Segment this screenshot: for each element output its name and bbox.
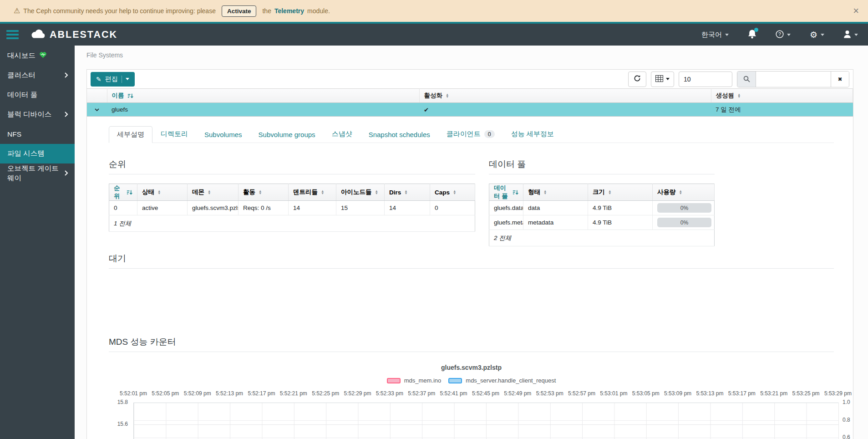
- page-size-input[interactable]: [679, 71, 732, 87]
- column-header[interactable]: 활성화 ▲▼: [419, 89, 711, 103]
- activate-button[interactable]: Activate: [222, 5, 257, 17]
- y-axis-left-tick: 15.8: [109, 399, 128, 405]
- cell-dirs: 14: [385, 201, 430, 215]
- clear-search-icon[interactable]: ✖: [831, 71, 849, 87]
- column-header[interactable]: 사용량 ▲▼: [653, 184, 715, 201]
- sidebar: 대시보드 클러스터 데이터 풀 블럭 디바이스 N: [0, 46, 75, 439]
- column-header[interactable]: 순위 ▲▼: [109, 184, 137, 201]
- table-row[interactable]: 0 active gluefs.scvm3.pzlst Reqs: 0 /s 1…: [109, 201, 475, 215]
- column-header[interactable]: 데이터 풀 ▲▼: [489, 184, 523, 201]
- column-header-label: 사용량: [657, 188, 676, 196]
- banner-close-icon[interactable]: ×: [850, 6, 862, 16]
- details-tab[interactable]: Snapshot schedules: [360, 127, 438, 143]
- table-row[interactable]: gluefs.meta metadata 4.9 TiB 0%: [489, 215, 715, 230]
- sidebar-item-pools[interactable]: 데이터 풀: [0, 85, 75, 105]
- tab-badge: 0: [484, 130, 495, 138]
- x-axis-tick: 5:53:25 pm: [790, 390, 822, 397]
- notifications-button[interactable]: [748, 29, 756, 40]
- sort-both-icon: ▲▼: [321, 190, 324, 195]
- navbar-right: 한국어 ? ⚙: [701, 29, 858, 40]
- sidebar-item-object-gateway[interactable]: 오브젝트 게이트웨이: [0, 163, 75, 183]
- details-tab[interactable]: 디렉토리: [152, 126, 196, 143]
- mds-counters-section: MDS 성능 카운터 gluefs.scvm3.pzlstp mds_mem.i…: [109, 336, 834, 439]
- menu-icon[interactable]: [6, 30, 19, 39]
- y-axis-left-tick: 15.6: [109, 421, 128, 427]
- notification-dot: [754, 28, 758, 32]
- sidebar-item-block-devices[interactable]: 블럭 디바이스: [0, 105, 75, 124]
- gear-icon: ⚙: [810, 31, 817, 39]
- column-toggle-button[interactable]: [651, 71, 674, 87]
- cell-caps: 0: [430, 201, 475, 215]
- details-tab[interactable]: Subvolume groups: [250, 127, 324, 143]
- details-tab[interactable]: 성능 세부정보: [503, 126, 562, 143]
- column-header-label: 아이노드들: [341, 188, 372, 196]
- column-header[interactable]: 형태 ▲▼: [523, 184, 588, 201]
- cell-name: gluefs: [107, 103, 419, 117]
- x-axis-tick: 5:52:25 pm: [310, 390, 341, 397]
- search-input[interactable]: [756, 71, 831, 87]
- table-row[interactable]: gluefs.data data 4.9 TiB 0%: [489, 201, 715, 215]
- button-divider: [122, 76, 122, 83]
- x-axis-tick: 5:52:09 pm: [182, 390, 213, 397]
- column-header[interactable]: Caps ▲▼: [430, 184, 475, 201]
- settings-dropdown[interactable]: ⚙: [810, 31, 824, 39]
- cell-size: 4.9 TiB: [588, 201, 653, 215]
- pools-table: 데이터 풀 ▲▼: [489, 184, 715, 246]
- legend-item-mem-ino[interactable]: mds_mem.ino: [387, 377, 442, 384]
- tab-label: 성능 세부정보: [511, 130, 554, 138]
- column-header[interactable]: Dirs ▲▼: [385, 184, 430, 201]
- details-tab[interactable]: 스냅샷: [324, 126, 360, 143]
- search-icon[interactable]: [737, 71, 756, 87]
- x-axis-tick: 5:52:45 pm: [470, 390, 502, 397]
- column-header[interactable]: 아이노드들 ▲▼: [336, 184, 385, 201]
- column-header[interactable]: 상태 ▲▼: [137, 184, 188, 201]
- banner-text-middle: the: [262, 7, 271, 15]
- details-tab[interactable]: 세부설명: [109, 126, 152, 143]
- language-dropdown[interactable]: 한국어: [701, 31, 729, 39]
- help-dropdown[interactable]: ?: [776, 30, 791, 40]
- telemetry-link[interactable]: Telemetry: [274, 7, 304, 15]
- expander-header: [87, 89, 107, 103]
- row-expander[interactable]: [87, 103, 107, 117]
- sidebar-item-cluster[interactable]: 클러스터: [0, 66, 75, 85]
- edit-button[interactable]: ✎ 편집: [91, 72, 135, 87]
- details-tab[interactable]: Subvolumes: [196, 127, 250, 143]
- column-header[interactable]: 이름 ▲▼: [107, 89, 419, 103]
- column-header-label: 생성됨: [716, 92, 735, 100]
- table-row-gluefs[interactable]: gluefs ✔ 7 일 전에: [87, 103, 853, 117]
- sidebar-item-filesystems[interactable]: 파일 시스템: [0, 144, 75, 163]
- standby-title: 대기: [109, 253, 834, 269]
- column-header[interactable]: 데몬 ▲▼: [188, 184, 239, 201]
- top-navbar: ABLESTACK 한국어 ? ⚙: [0, 22, 868, 46]
- chevron-down-icon: [126, 78, 129, 80]
- x-axis-tick: 5:52:53 pm: [534, 390, 566, 397]
- column-header-label: 형태: [528, 188, 540, 196]
- chevron-down-icon: [854, 34, 858, 36]
- sidebar-item-nfs[interactable]: NFS: [0, 124, 75, 144]
- table-footer-count: 2 전체: [489, 230, 715, 246]
- table-toolbar: ✎ 편집: [87, 70, 853, 88]
- x-axis-tick: 5:52:01 pm: [117, 390, 149, 397]
- chart-legend: mds_mem.ino mds_server.handle_client_req…: [109, 377, 834, 384]
- refresh-button[interactable]: [628, 71, 646, 87]
- gridline: [134, 420, 838, 421]
- column-header-label: 이름: [112, 92, 124, 100]
- legend-item-client-request[interactable]: mds_server.handle_client_request: [448, 377, 556, 384]
- x-axis-tick: 5:52:13 pm: [213, 390, 245, 397]
- sidebar-item-dashboard[interactable]: 대시보드: [0, 46, 75, 66]
- pools-section: 데이터 풀 데이터 풀: [489, 158, 715, 246]
- x-axis-tick: 5:52:57 pm: [566, 390, 598, 397]
- tab-label: Snapshot schedules: [369, 131, 430, 138]
- column-header[interactable]: 크기 ▲▼: [588, 184, 653, 201]
- x-axis-tick: 5:53:21 pm: [758, 390, 790, 397]
- details-tab[interactable]: 클라이언트 0: [438, 126, 503, 143]
- y-axis-right-tick: 1.0: [843, 399, 850, 405]
- cell-inodes: 15: [336, 201, 385, 215]
- column-header[interactable]: 생성됨 ▲▼: [711, 89, 853, 103]
- column-header[interactable]: 활동 ▲▼: [239, 184, 289, 201]
- cell-type: data: [523, 201, 588, 215]
- x-axis-tick: 5:52:37 pm: [406, 390, 437, 397]
- user-dropdown[interactable]: [843, 30, 858, 40]
- column-header[interactable]: 덴트리들 ▲▼: [289, 184, 336, 201]
- brand-logo[interactable]: ABLESTACK: [30, 28, 117, 41]
